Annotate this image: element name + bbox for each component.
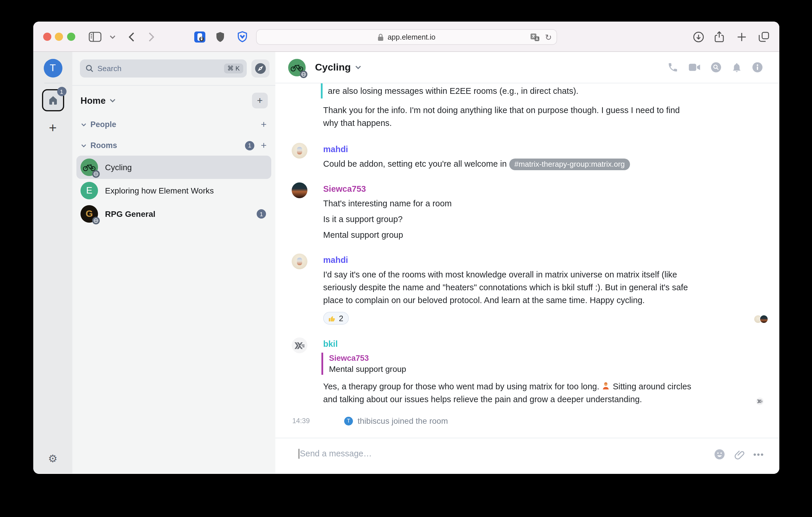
lock-icon bbox=[378, 33, 384, 41]
url-text: app.element.io bbox=[388, 33, 435, 41]
room-search-icon[interactable] bbox=[710, 62, 722, 73]
browser-window: app.element.io ↻ bbox=[33, 22, 779, 474]
room-item-rpg-general[interactable]: G RPG General 1 bbox=[77, 202, 271, 225]
message-line: Thank you for the info. I'm not doing an… bbox=[323, 105, 680, 128]
sidebar-chevron-icon[interactable] bbox=[106, 30, 120, 44]
notifications-bell-icon[interactable] bbox=[731, 61, 742, 73]
rooms-unread-badge: 1 bbox=[245, 141, 254, 150]
read-receipt-avatar[interactable] bbox=[755, 397, 764, 406]
people-section-header[interactable]: People + bbox=[81, 120, 267, 129]
message-composer[interactable]: Send a message… ••• bbox=[276, 438, 779, 473]
settings-gear-icon[interactable]: ⚙ bbox=[48, 453, 57, 464]
haskell-logo-icon bbox=[295, 342, 304, 349]
add-room-plus-button[interactable]: + bbox=[261, 141, 267, 150]
forward-button[interactable] bbox=[144, 30, 158, 44]
room-header-avatar[interactable] bbox=[288, 59, 306, 76]
rooms-label: Rooms bbox=[90, 141, 117, 150]
sender-name[interactable]: Siewca753 bbox=[323, 182, 779, 195]
translate-icon[interactable] bbox=[530, 33, 540, 41]
back-button[interactable] bbox=[124, 30, 138, 44]
message-group-mahdi-long: mahdi I'd say it's one of the rooms with… bbox=[276, 253, 779, 325]
text-caret bbox=[299, 449, 299, 459]
thumbsup-icon bbox=[328, 314, 336, 322]
tab-overview-icon[interactable] bbox=[757, 30, 771, 44]
sender-name[interactable]: mahdi bbox=[323, 143, 779, 156]
reload-icon[interactable]: ↻ bbox=[545, 33, 552, 41]
blue-shield-extension-icon[interactable] bbox=[235, 30, 249, 44]
message-line: Is it a support group? bbox=[323, 213, 693, 225]
rail-divider bbox=[44, 83, 62, 83]
read-receipt-avatar[interactable] bbox=[759, 315, 768, 324]
panel-divider bbox=[72, 85, 276, 86]
sender-name[interactable]: bkil bbox=[323, 337, 779, 350]
space-chevron-icon[interactable] bbox=[110, 98, 116, 102]
person-emoji bbox=[602, 382, 610, 391]
emoji-picker-icon[interactable] bbox=[714, 449, 725, 460]
zoom-window-button[interactable] bbox=[67, 33, 75, 41]
bkil-avatar[interactable] bbox=[292, 337, 308, 353]
search-shortcut: ⌘ K bbox=[224, 64, 243, 73]
read-receipts[interactable] bbox=[754, 315, 768, 324]
home-icon bbox=[48, 95, 58, 105]
quoted-author[interactable]: Siewca753 bbox=[329, 353, 779, 364]
room-item-exploring[interactable]: E Exploring how Element Works bbox=[77, 179, 271, 202]
rooms-section-header[interactable]: Rooms 1 + bbox=[81, 141, 267, 150]
reply-quote[interactable]: Siewca753 Mental support group bbox=[321, 353, 779, 375]
people-label: People bbox=[90, 120, 116, 129]
sidebar-toggle-icon[interactable] bbox=[88, 30, 102, 44]
mahdi-avatar[interactable] bbox=[292, 253, 308, 269]
add-room-button[interactable]: + bbox=[252, 93, 268, 109]
desktop: app.element.io ↻ bbox=[0, 0, 812, 517]
message-text: Thank you for the info. I'm not doing an… bbox=[323, 104, 693, 129]
more-options-icon[interactable]: ••• bbox=[753, 449, 764, 459]
bicycle-icon bbox=[290, 63, 303, 71]
close-window-button[interactable] bbox=[43, 33, 51, 41]
search-input[interactable]: Search ⌘ K bbox=[80, 59, 247, 78]
message-line: Yes, a therapy group for those who went … bbox=[323, 380, 693, 406]
message-line: Mental support group bbox=[323, 229, 693, 241]
password-extension-icon[interactable] bbox=[193, 30, 206, 44]
sender-name[interactable]: mahdi bbox=[323, 253, 779, 266]
exploring-room-avatar: E bbox=[81, 182, 98, 199]
room-info-icon[interactable] bbox=[752, 62, 763, 73]
home-space-button[interactable]: 1 bbox=[42, 89, 64, 111]
room-item-cycling[interactable]: Cycling bbox=[77, 156, 271, 179]
mahdi-avatar[interactable] bbox=[292, 143, 308, 158]
room-header: Cycling bbox=[276, 52, 779, 83]
event-user-avatar[interactable]: T bbox=[344, 417, 353, 425]
video-call-icon[interactable] bbox=[688, 62, 701, 73]
continuation-message: are also losing messages within E2EE roo… bbox=[276, 83, 779, 129]
user-avatar[interactable]: T bbox=[44, 59, 62, 78]
search-icon bbox=[86, 65, 93, 72]
bicycle-icon bbox=[83, 163, 96, 171]
compass-icon bbox=[254, 62, 267, 74]
create-space-button[interactable]: + bbox=[49, 121, 57, 134]
voice-call-icon[interactable] bbox=[667, 62, 678, 73]
reply-quote[interactable]: are also losing messages within E2EE roo… bbox=[321, 83, 779, 98]
downloads-icon[interactable] bbox=[691, 30, 705, 44]
add-people-button[interactable]: + bbox=[261, 120, 267, 129]
message-line: That's interesting name for a room bbox=[323, 197, 693, 210]
shield-extension-icon[interactable] bbox=[213, 30, 227, 44]
attachment-paperclip-icon[interactable] bbox=[734, 449, 744, 460]
message-text: Yes, a therapy group for those who went … bbox=[323, 382, 599, 391]
new-tab-icon[interactable] bbox=[734, 30, 748, 44]
public-room-globe-icon bbox=[300, 70, 308, 78]
explore-rooms-button[interactable] bbox=[252, 59, 269, 78]
siewca-avatar[interactable] bbox=[292, 182, 308, 198]
minimize-window-button[interactable] bbox=[55, 33, 63, 41]
room-title-chevron-icon[interactable] bbox=[355, 65, 361, 69]
address-bar[interactable]: app.element.io ↻ bbox=[256, 29, 557, 45]
chat-column: Cycling are also losing messages within … bbox=[276, 52, 779, 473]
thumbsup-reaction-pill[interactable]: 2 bbox=[323, 312, 349, 325]
search-placeholder: Search bbox=[97, 64, 224, 73]
room-title[interactable]: Cycling bbox=[315, 61, 351, 73]
message-timeline[interactable]: are also losing messages within E2EE roo… bbox=[276, 83, 779, 438]
reaction-count: 2 bbox=[339, 314, 343, 323]
event-timestamp: 14:39 bbox=[292, 417, 310, 425]
space-title[interactable]: Home bbox=[81, 95, 106, 106]
read-receipt[interactable] bbox=[755, 397, 764, 406]
quote-text: are also losing messages within E2EE roo… bbox=[328, 86, 578, 96]
room-link-pill[interactable]: #matrix-therapy-group:matrix.org bbox=[509, 158, 630, 170]
share-icon[interactable] bbox=[712, 30, 726, 44]
